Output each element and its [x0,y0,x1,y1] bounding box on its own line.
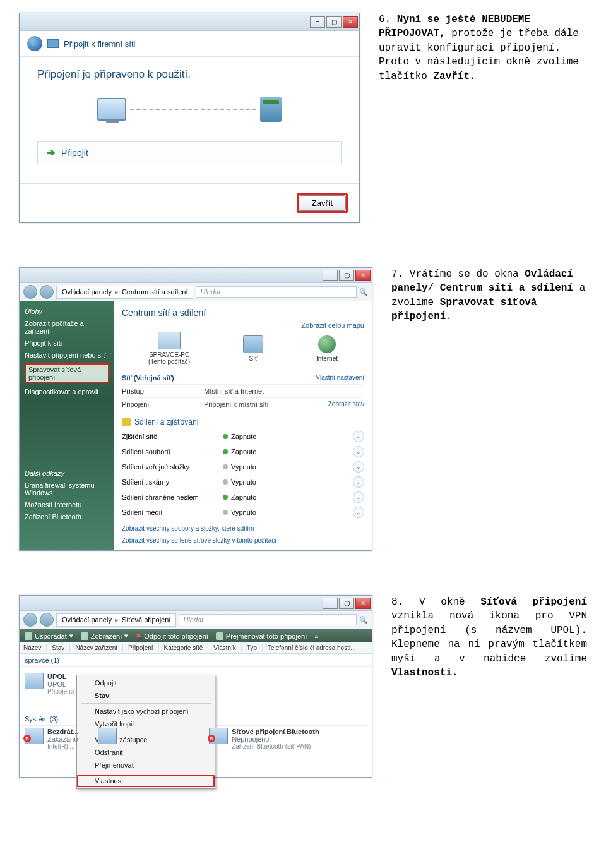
expand-button[interactable]: ⌄ [353,491,364,503]
breadcrumb[interactable]: Ovládací panely ▸ Centrum sítí a sdílení [56,286,193,299]
computer-icon [158,332,181,349]
status-dot-icon [223,434,228,439]
menu-rename[interactable]: Přejmenovat [77,759,215,771]
titlebar: − ▢ ✕ [20,13,359,31]
connection-icon [25,673,44,689]
breadcrumb[interactable]: Ovládací panely ▸ Síťová připojení [56,613,176,627]
back-arrow-icon[interactable]: ← [27,36,42,51]
computer-icon [97,98,126,121]
search-icon[interactable]: 🔍 [359,616,368,624]
sidebar-item[interactable]: Zařízení Bluetooth [25,513,109,521]
column-header[interactable]: Připojení [128,644,158,651]
maximize-button[interactable]: ▢ [339,598,354,609]
wizard-header: ← Připojit k firemní síti [20,31,359,57]
maximize-button[interactable]: ▢ [339,270,354,281]
status-dot-icon [223,495,228,500]
close-button[interactable]: ✕ [343,16,358,28]
network-center-window: − ▢ ✕ Ovládací panely ▸ Centrum sítí a s… [19,267,372,551]
ready-heading: Připojení je připraveno k použití. [37,68,342,81]
titlebar: − ▢ ✕ [20,596,372,611]
column-headers[interactable]: NázevStavNázev zařízeníPřipojeníKategori… [20,642,372,654]
show-shared-files-link[interactable]: Zobrazit všechny soubory a složky, které… [122,525,364,532]
expand-button[interactable]: ⌄ [353,476,364,488]
menu-status[interactable]: Stav [77,689,215,702]
step7-text: 7. Vrátíme se do okna Ovládací panely/ C… [391,267,587,324]
globe-icon [318,335,336,353]
share-row: Sdílení médií Vypnuto ⌄ [122,505,364,520]
network-icon [47,39,59,48]
menu-set-default[interactable]: Nastavit jako výchozí připojení [77,705,215,718]
minimize-button[interactable]: − [323,598,338,609]
share-state: Vypnuto [231,478,256,486]
views-menu[interactable]: Zobrazení ▾ [81,632,129,640]
connection-item-wifi[interactable]: ✕ Bezdrát... Zakázáno Intel(R) ... [25,728,79,750]
search-input[interactable]: Hledat [196,286,357,298]
back-button[interactable] [23,613,37,627]
sidebar-item-manage-connections[interactable]: Spravovat síťová připojení [25,363,109,383]
minimize-button[interactable]: − [323,270,338,281]
close-dialog-button[interactable]: Zavřít [299,195,346,211]
menu-separator [81,703,211,704]
network-connections-window: − ▢ ✕ Ovládací panely ▸ Síťová připojení… [19,595,372,778]
connect-label: Připojit [61,148,88,158]
column-header[interactable]: Kategorie sítě [164,644,209,651]
view-status-link[interactable]: Zobrazit stav [328,401,364,408]
share-state: Vypnuto [231,509,256,516]
bluetooth-icon: ✕ [209,728,228,744]
share-row: Sdílení souborů Zapnuto ⌄ [122,444,364,459]
menu-delete[interactable]: Odstranit [77,746,215,759]
forward-button[interactable] [40,285,54,299]
organize-menu[interactable]: Uspořádat ▾ [25,632,73,640]
expand-button[interactable]: ⌄ [353,431,364,442]
share-state: Zapnuto [231,493,256,501]
connection-graphic [37,97,342,122]
maximize-button[interactable]: ▢ [326,16,342,28]
address-bar: Ovládací panely ▸ Síťová připojení Hleda… [20,611,372,629]
column-header[interactable]: Vlastník [213,644,242,651]
forward-button[interactable] [40,613,54,627]
search-input[interactable]: Hledat [179,614,357,625]
share-label: Sdílení chráněné heslem [122,493,223,501]
status-dot-icon [223,479,228,485]
rename-button[interactable]: Přejmenovat toto připojení [216,632,307,640]
customize-link[interactable]: Vlastní nastavení [316,374,364,382]
column-header[interactable]: Název [23,644,47,651]
column-header[interactable]: Stav [52,644,70,651]
address-bar: Ovládací panely ▸ Centrum sítí a sdílení… [20,283,372,301]
sidebar-item[interactable]: Nastavit připojení nebo síť [25,351,109,359]
connect-wizard-window: − ▢ ✕ ← Připojit k firemní síti Připojen… [19,13,360,223]
menu-separator [81,773,211,773]
disconnect-button[interactable]: ✖ Odpojit toto připojení [136,632,208,640]
sidebar-item[interactable]: Brána firewall systému Windows [25,481,109,497]
share-row: Sdílení chráněné heslem Zapnuto ⌄ [122,490,364,505]
sidebar-item[interactable]: Zobrazit počítače a zařízení [25,320,109,335]
status-dot-icon [223,464,228,469]
close-button[interactable]: ✕ [355,598,371,609]
column-header[interactable]: Telefonní číslo či adresa hosti... [268,644,361,651]
back-button[interactable] [23,285,37,299]
overflow-menu[interactable]: » [314,632,318,640]
column-header[interactable]: Název zařízení [75,644,123,651]
expand-button[interactable]: ⌄ [353,507,364,518]
connect-row[interactable]: ➔ Připojit [37,141,342,164]
menu-disconnect[interactable]: Odpojit [77,677,215,689]
view-full-map-link[interactable]: Zobrazit celou mapu [122,322,364,329]
connection-item-bluetooth[interactable]: ✕ Síťové připojení Bluetooth Nepřipojeno… [209,728,319,750]
sidebar-item[interactable]: Možnosti Internetu [25,501,109,509]
arrow-icon: ➔ [47,147,55,159]
show-shared-folders-link[interactable]: Zobrazit všechny sdílené síťové složky v… [122,537,364,544]
minimize-button[interactable]: − [310,16,325,28]
network-map: SPRAVCE-PC(Tento počítač) Síť Internet [122,332,364,365]
group-header: spravce (1) [20,654,372,667]
expand-button[interactable]: ⌄ [353,446,364,457]
connection-line [130,109,256,110]
sidebar-item[interactable]: Diagnostikovat a opravit [25,388,109,395]
sidebar-item[interactable]: Připojit k síti [25,339,109,347]
expand-button[interactable]: ⌄ [353,461,364,473]
close-button[interactable]: ✕ [355,270,371,281]
step6-text: 6. Nyní se ještě NEBUDEME PŘIPOJOVAT, pr… [379,13,587,83]
column-header[interactable]: Typ [247,644,263,651]
search-icon[interactable]: 🔍 [359,288,368,296]
menu-properties[interactable]: Vlastnosti [77,775,215,787]
share-label: Sdílení souborů [122,448,223,455]
